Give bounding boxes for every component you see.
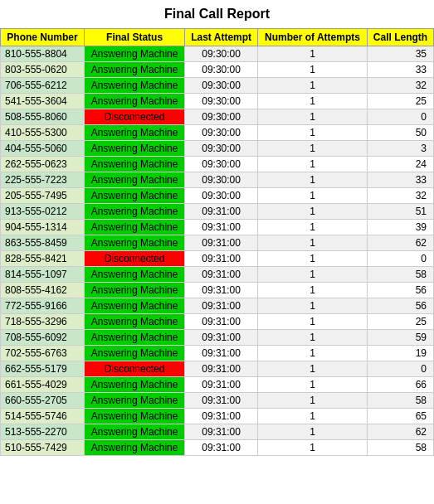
last-attempt-cell: 09:31:00	[185, 235, 258, 251]
status-cell: Answering Machine	[84, 204, 184, 220]
status-cell: Answering Machine	[84, 283, 184, 298]
attempts-cell: 1	[258, 94, 368, 109]
table-row: 410-555-5300Answering Machine09:30:00150	[1, 125, 434, 141]
call-length-cell: 0	[367, 361, 433, 377]
attempts-cell: 1	[258, 440, 368, 456]
last-attempt-cell: 09:31:00	[185, 377, 258, 393]
status-cell: Disconnected	[84, 109, 184, 125]
attempts-cell: 1	[258, 141, 368, 157]
report-title: Final Call Report	[0, 0, 434, 28]
attempts-cell: 1	[258, 409, 368, 424]
call-length-cell: 62	[367, 424, 433, 440]
phone-number-cell: 718-555-3296	[1, 314, 85, 330]
table-row: 904-555-1314Answering Machine09:31:00139	[1, 220, 434, 235]
call-length-cell: 62	[367, 235, 433, 251]
col-call-length: Call Length	[367, 29, 433, 46]
table-row: 810-555-8804Answering Machine09:30:00135	[1, 46, 434, 62]
table-row: 541-555-3604Answering Machine09:30:00125	[1, 94, 434, 109]
table-row: 508-555-8060Disconnected09:30:0010	[1, 109, 434, 125]
table-row: 510-555-7429Answering Machine09:31:00158	[1, 440, 434, 456]
last-attempt-cell: 09:30:00	[185, 62, 258, 78]
last-attempt-cell: 09:30:00	[185, 157, 258, 172]
status-cell: Answering Machine	[84, 188, 184, 204]
last-attempt-cell: 09:30:00	[185, 141, 258, 157]
status-cell: Answering Machine	[84, 235, 184, 251]
table-row: 514-555-5746Answering Machine09:31:00165	[1, 409, 434, 424]
call-length-cell: 33	[367, 172, 433, 188]
attempts-cell: 1	[258, 172, 368, 188]
phone-number-cell: 814-555-1097	[1, 267, 85, 283]
attempts-cell: 1	[258, 267, 368, 283]
call-length-cell: 56	[367, 283, 433, 298]
status-cell: Answering Machine	[84, 409, 184, 424]
attempts-cell: 1	[258, 78, 368, 94]
status-cell: Answering Machine	[84, 94, 184, 109]
table-row: 225-555-7223Answering Machine09:30:00133	[1, 172, 434, 188]
table-row: 262-555-0623Answering Machine09:30:00124	[1, 157, 434, 172]
col-last-attempt: Last Attempt	[185, 29, 258, 46]
call-length-cell: 32	[367, 188, 433, 204]
last-attempt-cell: 09:30:00	[185, 125, 258, 141]
attempts-cell: 1	[258, 62, 368, 78]
status-cell: Answering Machine	[84, 424, 184, 440]
call-length-cell: 3	[367, 141, 433, 157]
call-length-cell: 33	[367, 62, 433, 78]
status-cell: Answering Machine	[84, 172, 184, 188]
last-attempt-cell: 09:30:00	[185, 94, 258, 109]
phone-number-cell: 541-555-3604	[1, 94, 85, 109]
last-attempt-cell: 09:31:00	[185, 283, 258, 298]
call-length-cell: 0	[367, 109, 433, 125]
phone-number-cell: 410-555-5300	[1, 125, 85, 141]
phone-number-cell: 706-555-6212	[1, 78, 85, 94]
call-length-cell: 50	[367, 125, 433, 141]
call-length-cell: 65	[367, 409, 433, 424]
phone-number-cell: 661-555-4029	[1, 377, 85, 393]
last-attempt-cell: 09:31:00	[185, 330, 258, 346]
phone-number-cell: 772-555-9166	[1, 298, 85, 314]
table-row: 828-555-8421Disconnected09:31:0010	[1, 251, 434, 267]
call-length-cell: 19	[367, 346, 433, 361]
attempts-cell: 1	[258, 251, 368, 267]
phone-number-cell: 205-555-7495	[1, 188, 85, 204]
table-row: 706-555-6212Answering Machine09:30:00132	[1, 78, 434, 94]
attempts-cell: 1	[258, 424, 368, 440]
table-header-row: Phone Number Final Status Last Attempt N…	[1, 29, 434, 46]
attempts-cell: 1	[258, 109, 368, 125]
table-row: 708-555-6092Answering Machine09:31:00159	[1, 330, 434, 346]
attempts-cell: 1	[258, 283, 368, 298]
attempts-cell: 1	[258, 298, 368, 314]
phone-number-cell: 225-555-7223	[1, 172, 85, 188]
last-attempt-cell: 09:30:00	[185, 46, 258, 62]
col-status: Final Status	[84, 29, 184, 46]
phone-number-cell: 660-555-2705	[1, 393, 85, 409]
phone-number-cell: 828-555-8421	[1, 251, 85, 267]
call-length-cell: 39	[367, 220, 433, 235]
call-report-table: Phone Number Final Status Last Attempt N…	[0, 28, 434, 456]
phone-number-cell: 514-555-5746	[1, 409, 85, 424]
status-cell: Answering Machine	[84, 346, 184, 361]
status-cell: Answering Machine	[84, 298, 184, 314]
last-attempt-cell: 09:31:00	[185, 361, 258, 377]
phone-number-cell: 808-555-4162	[1, 283, 85, 298]
call-length-cell: 59	[367, 330, 433, 346]
last-attempt-cell: 09:30:00	[185, 172, 258, 188]
table-row: 808-555-4162Answering Machine09:31:00156	[1, 283, 434, 298]
call-length-cell: 58	[367, 393, 433, 409]
last-attempt-cell: 09:31:00	[185, 346, 258, 361]
attempts-cell: 1	[258, 361, 368, 377]
status-cell: Answering Machine	[84, 141, 184, 157]
phone-number-cell: 863-555-8459	[1, 235, 85, 251]
call-length-cell: 25	[367, 314, 433, 330]
status-cell: Answering Machine	[84, 393, 184, 409]
last-attempt-cell: 09:31:00	[185, 393, 258, 409]
status-cell: Answering Machine	[84, 157, 184, 172]
attempts-cell: 1	[258, 346, 368, 361]
call-length-cell: 66	[367, 377, 433, 393]
table-row: 404-555-5060Answering Machine09:30:0013	[1, 141, 434, 157]
table-row: 513-555-2270Answering Machine09:31:00162	[1, 424, 434, 440]
col-phone: Phone Number	[1, 29, 85, 46]
last-attempt-cell: 09:31:00	[185, 220, 258, 235]
phone-number-cell: 262-555-0623	[1, 157, 85, 172]
table-row: 913-555-0212Answering Machine09:31:00151	[1, 204, 434, 220]
status-cell: Answering Machine	[84, 267, 184, 283]
